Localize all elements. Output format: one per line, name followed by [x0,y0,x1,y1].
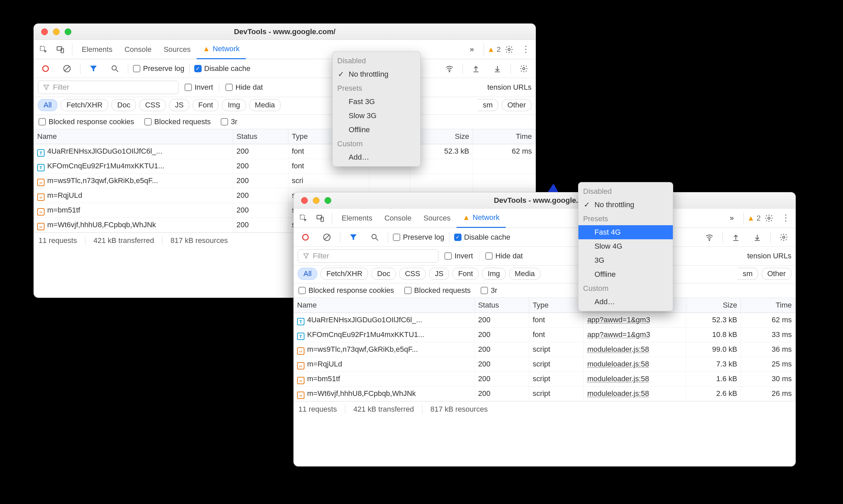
network-conditions-icon[interactable] [442,61,457,76]
settings-gear-icon[interactable] [762,211,776,225]
device-mode-icon[interactable] [313,211,327,225]
throttling-option-fast-4g[interactable]: Fast 4G [578,225,673,239]
clear-button[interactable] [320,230,334,244]
filter-funnel-icon[interactable] [86,61,101,76]
filter-input[interactable]: Filter [38,80,178,94]
filter-input[interactable]: Filter [298,249,438,263]
pill-fetch-xhr[interactable]: Fetch/XHR [320,268,368,280]
table-row[interactable]: ‹›m=bm51tf200scriptmoduleloader.js:581.6… [294,372,795,386]
col-time[interactable]: Time [740,298,795,312]
initiator-link[interactable]: app?awwd=1&gm3 [587,316,650,324]
third-party-checkbox[interactable]: 3r [480,286,497,295]
tab-console[interactable]: Console [119,40,158,59]
pill-other[interactable]: Other [502,99,531,111]
blocked-response-cookies-checkbox[interactable]: Blocked response cookies [38,118,134,126]
pill-media[interactable]: Media [249,99,281,111]
pill-img[interactable]: Img [222,99,246,111]
warnings-badge[interactable]: ▲2 [487,45,501,54]
pill-other[interactable]: Other [761,268,791,280]
disable-cache-checkbox[interactable]: ✓Disable cache [194,64,250,73]
initiator-link[interactable]: moduleloader.js:58 [587,360,649,368]
throttling-option-offline[interactable]: Offline [578,267,673,282]
col-status[interactable]: Status [233,129,288,144]
pill-fetch-xhr[interactable]: Fetch/XHR [60,99,108,111]
invert-checkbox[interactable]: Invert [185,83,213,92]
invert-checkbox[interactable]: Invert [444,252,473,260]
col-time[interactable]: Time [473,129,535,144]
more-tabs-chevron-icon[interactable]: » [725,211,739,225]
table-row[interactable]: ‹›m=ws9Tlc,n73qwf,GkRiKb,e5qF...200scrip… [294,342,795,357]
throttling-option-fast-3g[interactable]: Fast 3G [333,95,420,109]
tab-elements[interactable]: Elements [336,209,379,228]
pill-css[interactable]: CSS [399,268,426,280]
more-tabs-chevron-icon[interactable]: » [465,42,479,57]
throttling-option-offline[interactable]: Offline [333,123,420,137]
third-party-checkbox[interactable]: 3r [221,118,238,126]
import-har-icon[interactable] [729,230,743,244]
disable-cache-checkbox[interactable]: ✓Disable cache [454,233,510,241]
table-row[interactable]: ‹›m=Wt6vjf,hhhU8,FCpbqb,WhJNk200scriptmo… [294,386,795,401]
pill-wasm-partial[interactable]: sm [738,268,758,280]
pill-font[interactable]: Font [453,268,479,280]
pill-js[interactable]: JS [429,268,449,280]
filter-funnel-icon[interactable] [346,230,361,244]
preserve-log-checkbox[interactable]: Preserve log [393,233,444,241]
pill-js[interactable]: JS [169,99,189,111]
import-har-icon[interactable] [469,61,483,76]
pill-css[interactable]: CSS [139,99,166,111]
network-settings-gear-icon[interactable] [517,61,531,76]
export-har-icon[interactable] [750,230,764,244]
col-type[interactable]: Type [529,298,584,312]
table-row[interactable]: T4UaRrENHsxJlGDuGo1OIlJfC6l_...200font52… [34,144,535,159]
throttling-option-add[interactable]: Add… [578,295,673,309]
tab-elements[interactable]: Elements [76,40,119,59]
pill-all[interactable]: All [38,99,57,111]
throttling-option-3g[interactable]: 3G [578,253,673,267]
kebab-menu-icon[interactable]: ⋮ [779,211,793,225]
initiator-link[interactable]: moduleloader.js:58 [587,345,649,354]
titlebar[interactable]: DevTools - www.google.com/ [294,193,795,209]
pill-img[interactable]: Img [482,268,506,280]
tab-network[interactable]: ▲ Network [197,40,246,59]
throttling-option-no-throttling[interactable]: No throttling [333,67,420,81]
titlebar[interactable]: DevTools - www.google.com/ [34,24,535,40]
table-row[interactable]: T4UaRrENHsxJlGDuGo1OIlJfC6l_...200fontap… [294,312,795,327]
hide-data-urls-checkbox[interactable]: Hide dat [485,252,523,260]
tab-network[interactable]: ▲ Network [457,209,505,228]
pill-doc[interactable]: Doc [111,99,136,111]
tab-sources[interactable]: Sources [417,209,457,228]
col-status[interactable]: Status [475,298,529,312]
network-settings-gear-icon[interactable] [777,230,791,244]
blocked-requests-checkbox[interactable]: Blocked requests [144,118,211,126]
search-icon[interactable] [368,230,382,244]
initiator-link[interactable]: moduleloader.js:58 [587,375,649,383]
preserve-log-checkbox[interactable]: Preserve log [133,64,185,73]
table-row[interactable]: ‹›m=ws9Tlc,n73qwf,GkRiKb,e5qF...200scri [34,173,535,188]
col-size[interactable]: Size [686,298,740,312]
warnings-badge[interactable]: ▲2 [747,214,761,222]
pill-media[interactable]: Media [509,268,541,280]
pill-font[interactable]: Font [193,99,219,111]
col-name[interactable]: Name [294,298,475,312]
settings-gear-icon[interactable] [502,42,516,57]
blocked-response-cookies-checkbox[interactable]: Blocked response cookies [298,286,394,295]
clear-button[interactable] [60,61,74,76]
inspect-element-icon[interactable] [36,42,51,57]
col-name[interactable]: Name [34,129,233,144]
table-row[interactable]: TKFOmCnqEu92Fr1Mu4mxKKTU1...200fontapp?a… [294,327,795,342]
inspect-element-icon[interactable] [296,211,311,225]
pill-wasm-partial[interactable]: sm [478,99,498,111]
device-mode-icon[interactable] [53,42,67,57]
throttling-option-slow-3g[interactable]: Slow 3G [333,109,420,123]
initiator-link[interactable]: moduleloader.js:58 [587,389,649,398]
blocked-requests-checkbox[interactable]: Blocked requests [404,286,471,295]
pill-all[interactable]: All [298,268,317,280]
table-row[interactable]: TKFOmCnqEu92Fr1Mu4mxKKTU1...200font [34,159,535,173]
record-button[interactable] [38,61,53,76]
throttling-option-add[interactable]: Add… [333,150,420,164]
hide-data-urls-checkbox[interactable]: Hide dat [225,83,263,92]
tab-sources[interactable]: Sources [157,40,197,59]
initiator-link[interactable]: app?awwd=1&gm3 [587,330,650,339]
network-conditions-icon[interactable] [702,230,716,244]
throttling-option-no-throttling[interactable]: No throttling [578,198,673,212]
